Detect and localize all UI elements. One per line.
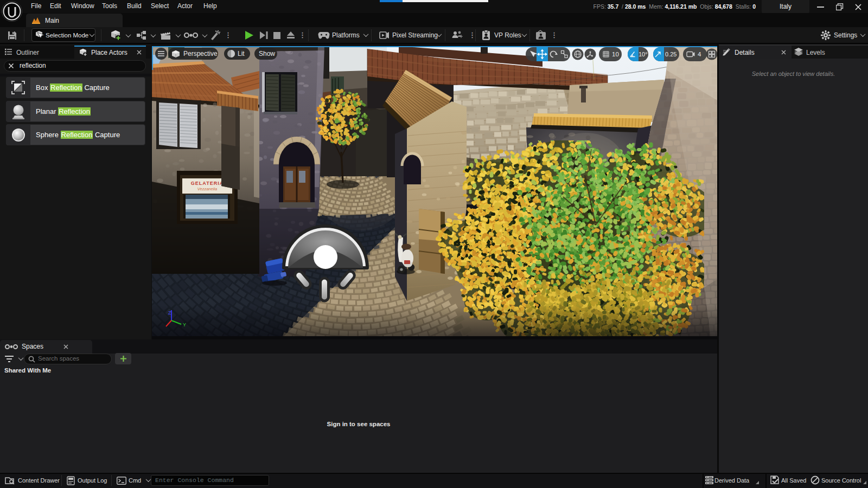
- svg-text:Lit: Lit: [238, 50, 245, 57]
- svg-text:0.25: 0.25: [665, 51, 676, 57]
- svg-text:Show: Show: [259, 50, 275, 57]
- svg-text:Z: Z: [168, 310, 171, 316]
- svg-text:10°: 10°: [639, 51, 648, 57]
- svg-text:Perspective: Perspective: [183, 50, 218, 57]
- svg-text:4: 4: [698, 51, 701, 57]
- svg-text:Y: Y: [183, 322, 186, 328]
- svg-text:Vezzanella: Vezzanella: [197, 187, 217, 191]
- svg-text:GELATERIA: GELATERIA: [191, 181, 224, 186]
- svg-text:10: 10: [612, 51, 619, 57]
